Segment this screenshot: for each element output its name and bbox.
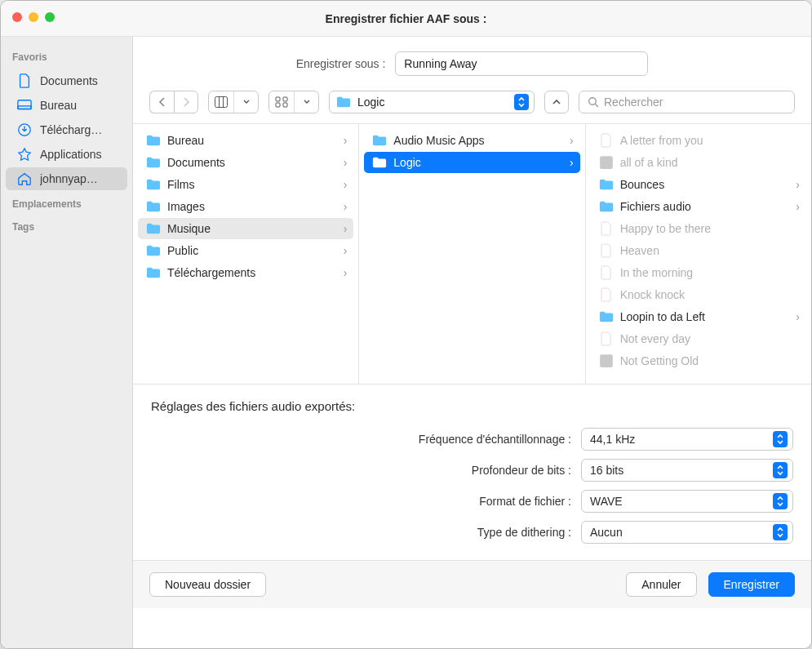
browser-toolbar: Logic — [133, 86, 811, 123]
view-dropdown-button[interactable] — [233, 91, 258, 113]
columns-icon — [215, 96, 228, 108]
browser-item[interactable]: A letter from you — [591, 130, 806, 151]
browser-item[interactable]: Public› — [138, 240, 353, 261]
grouping-button[interactable] — [269, 91, 294, 113]
sample-rate-select[interactable]: 44,1 kHz — [581, 428, 793, 451]
sidebar: Favoris DocumentsBureauTélécharg…Applica… — [1, 37, 133, 648]
document-icon — [599, 287, 614, 302]
chevron-down-icon — [243, 98, 250, 106]
column-browser: Bureau›Documents›Films›Images›Musique›Pu… — [133, 123, 811, 385]
browser-item[interactable]: all of a kind — [591, 152, 806, 173]
browser-item[interactable]: Heaven — [591, 240, 806, 261]
chevron-up-icon — [552, 97, 561, 107]
file-format-select[interactable]: WAVE — [581, 490, 793, 513]
browser-item[interactable]: Audio Music Apps› — [364, 130, 579, 151]
browser-item[interactable]: Bounces› — [591, 174, 806, 195]
folder-icon — [599, 199, 614, 214]
browser-item[interactable]: Knock knock — [591, 284, 806, 305]
search-icon — [588, 96, 599, 108]
browser-item-label: Fichiers audio — [620, 200, 790, 213]
sidebar-item-label: Télécharg… — [40, 123, 102, 136]
main-panel: Enregistrer sous : — [133, 37, 811, 648]
cancel-button[interactable]: Annuler — [626, 572, 696, 597]
search-input[interactable] — [604, 96, 786, 109]
settings-header: Réglages des fichiers audio exportés: — [151, 399, 793, 413]
sidebar-item[interactable]: Applications — [6, 143, 127, 166]
sidebar-item-label: Applications — [40, 148, 102, 161]
location-name: Logic — [357, 96, 508, 109]
document-icon — [599, 133, 614, 148]
chevron-right-icon: › — [570, 156, 574, 169]
grouping-group — [268, 91, 319, 113]
svg-rect-8 — [276, 103, 280, 107]
folder-icon — [336, 95, 351, 109]
nav-forward-button[interactable] — [174, 91, 198, 113]
folder-icon — [146, 221, 161, 236]
minimize-window-button[interactable] — [29, 12, 38, 22]
save-as-input[interactable] — [395, 51, 648, 76]
browser-column-3: A letter from youall of a kindBounces›Fi… — [586, 124, 811, 384]
svg-rect-13 — [600, 354, 613, 367]
browser-item-label: Knock knock — [620, 288, 800, 301]
browser-item[interactable]: Films› — [138, 174, 353, 195]
applications-icon — [17, 147, 32, 162]
browser-item[interactable]: Images› — [138, 196, 353, 217]
search-field[interactable] — [579, 91, 795, 113]
chevron-right-icon: › — [344, 156, 348, 169]
grouping-dropdown-button[interactable] — [294, 91, 318, 113]
zoom-window-button[interactable] — [45, 12, 55, 22]
save-button[interactable]: Enregistrer — [708, 572, 795, 597]
setting-bit-depth-row: Profondeur de bits : 16 bits — [151, 459, 793, 482]
new-folder-button[interactable]: Nouveau dossier — [149, 572, 266, 597]
browser-item[interactable]: Logic› — [364, 152, 579, 173]
nav-back-button[interactable] — [149, 91, 174, 113]
popup-chevrons-icon — [773, 493, 788, 509]
browser-item[interactable]: Not every day — [591, 328, 806, 349]
sidebar-section-favorites: Favoris — [1, 45, 132, 68]
browser-item[interactable]: Documents› — [138, 152, 353, 173]
folder-icon — [146, 199, 161, 214]
folder-icon — [372, 133, 387, 148]
folder-icon — [146, 133, 161, 148]
browser-item[interactable]: Happy to be there — [591, 218, 806, 239]
svg-point-10 — [589, 98, 597, 105]
document-icon — [599, 243, 614, 258]
bit-depth-value: 16 bits — [590, 464, 623, 477]
browser-item[interactable]: Not Getting Old — [591, 350, 806, 371]
enclosing-folder-button[interactable] — [544, 91, 569, 113]
dithering-select[interactable]: Aucun — [581, 521, 793, 544]
location-popup-button[interactable]: Logic — [329, 91, 535, 113]
folder-icon — [146, 243, 161, 258]
browser-item[interactable]: Bureau› — [138, 130, 353, 151]
window-title: Enregistrer fichier AAF sous : — [326, 12, 487, 25]
file-format-value: WAVE — [590, 495, 623, 508]
close-window-button[interactable] — [12, 12, 22, 22]
browser-item-label: Musique — [167, 222, 337, 235]
titlebar: Enregistrer fichier AAF sous : — [1, 1, 811, 37]
browser-item[interactable]: Fichiers audio› — [591, 196, 806, 217]
sidebar-item[interactable]: Télécharg… — [6, 118, 127, 141]
save-as-label: Enregistrer sous : — [296, 57, 386, 70]
view-mode-group — [208, 91, 259, 113]
sidebar-item[interactable]: Documents — [6, 69, 127, 92]
svg-line-11 — [595, 104, 598, 107]
document-icon — [599, 265, 614, 280]
browser-item[interactable]: In the morning — [591, 262, 806, 283]
view-columns-button[interactable] — [209, 91, 233, 113]
chevron-right-icon: › — [344, 222, 348, 235]
sidebar-item[interactable]: Bureau — [6, 94, 127, 117]
popup-chevrons-icon — [773, 431, 788, 447]
svg-rect-3 — [215, 97, 228, 108]
popup-chevrons-icon — [773, 524, 788, 540]
chevron-right-icon: › — [796, 310, 800, 323]
svg-rect-12 — [600, 156, 613, 169]
browser-item[interactable]: Loopin to da Left› — [591, 306, 806, 327]
chevron-right-icon: › — [344, 244, 348, 257]
sidebar-item-label: Bureau — [40, 99, 77, 112]
browser-item[interactable]: Musique› — [138, 218, 353, 239]
bit-depth-select[interactable]: 16 bits — [581, 459, 793, 482]
svg-rect-0 — [18, 100, 31, 109]
sidebar-item[interactable]: johnnyap… — [6, 167, 127, 190]
sidebar-section-tags: Tags — [1, 215, 132, 238]
browser-item[interactable]: Téléchargements› — [138, 262, 353, 283]
